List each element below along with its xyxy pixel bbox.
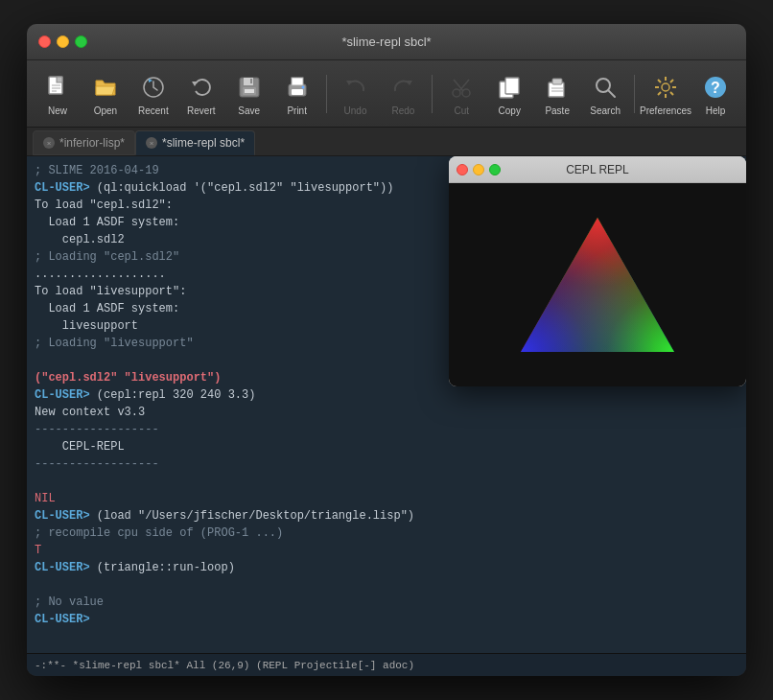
separator-2 [432, 75, 433, 113]
open-label: Open [94, 105, 117, 116]
terminal-line: ------------------ [35, 421, 738, 438]
cepl-window-title: CEPL REPL [566, 163, 629, 176]
terminal-line [35, 473, 738, 490]
undo-icon [340, 72, 371, 103]
copy-button[interactable]: Copy [486, 65, 532, 123]
terminal-line: CEPL-REPL [35, 438, 738, 455]
print-icon [282, 72, 313, 103]
traffic-lights [38, 35, 87, 48]
paste-label: Paste [545, 105, 570, 116]
redo-button[interactable]: Redo [380, 65, 426, 123]
svg-rect-13 [292, 89, 303, 95]
titlebar: *slime-repl sbcl* [27, 24, 746, 60]
window-title: *slime-repl sbcl* [341, 35, 431, 49]
svg-line-35 [670, 92, 673, 95]
new-button[interactable]: New [35, 65, 81, 123]
terminal-line: ; No value [35, 594, 738, 611]
terminal-line: CL-USER> [35, 611, 738, 628]
revert-button[interactable]: Revert [178, 65, 224, 123]
cepl-window: CEPL REPL [449, 156, 746, 386]
cepl-close-button[interactable] [457, 164, 468, 175]
preferences-icon [650, 72, 681, 103]
main-window: *slime-repl sbcl* New [27, 24, 746, 676]
redo-icon [387, 72, 418, 103]
main-content: ; SLIME 2016-04-19 CL-USER> (ql:quickloa… [27, 156, 746, 653]
statusbar-text: -:**- *slime-repl sbcl* All (26,9) (REPL… [35, 660, 414, 671]
toolbar: New Open Recent [27, 60, 746, 128]
maximize-button[interactable] [75, 35, 87, 48]
svg-line-34 [658, 80, 661, 82]
svg-line-29 [608, 90, 615, 97]
terminal-line: CL-USER> (triangle::run-loop) [35, 559, 738, 576]
revert-icon [186, 72, 217, 103]
copy-icon [494, 72, 525, 103]
help-icon: ? [700, 72, 731, 103]
save-button[interactable]: Save [226, 65, 272, 123]
cepl-maximize-button[interactable] [489, 164, 501, 175]
svg-line-36 [670, 80, 673, 82]
cut-button[interactable]: Cut [438, 65, 484, 123]
terminal-line: CL-USER> (cepl:repl 320 240 3.3) [35, 386, 738, 404]
tab-close-slime[interactable]: × [146, 137, 157, 149]
svg-point-15 [301, 85, 304, 88]
svg-rect-14 [292, 78, 303, 85]
copy-label: Copy [499, 105, 521, 116]
preferences-button[interactable]: Preferences [641, 65, 691, 123]
svg-text:?: ? [711, 80, 720, 96]
print-button[interactable]: Print [274, 65, 320, 123]
search-label: Search [590, 105, 621, 116]
svg-rect-1 [57, 77, 62, 82]
terminal-line: ; recompile cpu side of (PROG-1 ...) [35, 525, 738, 542]
cepl-titlebar: CEPL REPL [449, 156, 746, 183]
minimize-button[interactable] [57, 35, 69, 48]
terminal-line: NIL [35, 490, 738, 507]
statusbar: -:**- *slime-repl sbcl* All (26,9) (REPL… [27, 653, 746, 676]
undo-label: Undo [344, 105, 367, 116]
svg-point-38 [662, 83, 669, 91]
undo-button[interactable]: Undo [333, 65, 379, 123]
separator-1 [326, 75, 327, 113]
terminal-cursor [35, 628, 738, 645]
terminal-line: New context v3.3 [35, 404, 738, 421]
cut-icon [446, 72, 477, 103]
open-icon [90, 72, 121, 103]
help-button[interactable]: ? Help [692, 65, 738, 123]
cepl-minimize-button[interactable] [473, 164, 484, 175]
svg-rect-23 [505, 78, 519, 94]
cepl-traffic-lights [457, 164, 501, 175]
recent-icon [138, 72, 169, 103]
triangle-svg [502, 198, 693, 371]
terminal-line: CL-USER> (load "/Users/jfischer/Desktop/… [35, 507, 738, 525]
close-button[interactable] [38, 35, 51, 48]
svg-rect-25 [552, 79, 562, 84]
svg-rect-46 [502, 198, 693, 371]
svg-line-37 [658, 92, 661, 95]
open-button[interactable]: Open [82, 65, 129, 123]
tab-close-inferior[interactable]: × [43, 137, 55, 149]
search-button[interactable]: Search [582, 65, 628, 123]
terminal-line: ------------------ [35, 455, 738, 473]
separator-3 [634, 75, 635, 113]
tabs-bar: × *inferior-lisp* × *slime-repl sbcl* [27, 128, 746, 156]
preferences-label: Preferences [640, 105, 691, 116]
tab-label-inferior: *inferior-lisp* [59, 136, 125, 150]
paste-button[interactable]: Paste [534, 65, 580, 123]
recent-label: Recent [138, 105, 169, 116]
cut-label: Cut [455, 105, 470, 116]
paste-icon [542, 72, 573, 103]
svg-rect-11 [250, 79, 252, 83]
svg-marker-6 [192, 82, 198, 86]
tab-inferior-lisp[interactable]: × *inferior-lisp* [33, 130, 135, 155]
redo-label: Redo [392, 105, 415, 116]
terminal-line: T [35, 542, 738, 559]
svg-rect-10 [245, 89, 254, 93]
tab-slime-repl[interactable]: × *slime-repl sbcl* [135, 130, 255, 155]
tab-label-slime: *slime-repl sbcl* [162, 136, 245, 150]
save-label: Save [238, 105, 260, 116]
revert-label: Revert [187, 105, 215, 116]
recent-button[interactable]: Recent [130, 65, 176, 123]
new-label: New [48, 105, 67, 116]
cepl-canvas [449, 183, 746, 386]
terminal-line [35, 576, 738, 594]
new-icon [42, 72, 73, 103]
